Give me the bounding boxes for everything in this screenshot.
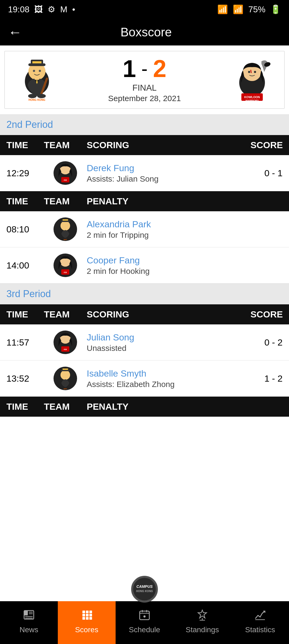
away-team-logo: KOWLOON WARRIORS: [225, 57, 279, 103]
player-name: Isabelle Smyth: [87, 368, 250, 379]
score-numbers: 1 - 2: [64, 57, 225, 81]
scores-icon: [80, 608, 93, 623]
scoring-row-isabelle: 13:52 HKT Isabelle Smyth Assists: Elizab…: [0, 361, 289, 397]
statistics-icon: [254, 608, 267, 623]
row-time: 14:00: [6, 260, 44, 271]
nav-standings[interactable]: Standings: [173, 601, 231, 644]
scoring-row-julian: 11:57 KW Julian Song Unassisted 0 - 2: [0, 324, 289, 361]
col-scoring-label: SCORING: [87, 140, 250, 150]
main-content: HONG KONG TYCOONS 1 - 2 FINAL September …: [0, 51, 289, 470]
col-penalty-label: PENALTY: [87, 196, 283, 206]
col-scoring-label: SCORING: [87, 309, 250, 320]
svg-rect-62: [82, 617, 85, 620]
col-score-label: SCORE: [250, 309, 283, 320]
col-time-label: TIME: [6, 401, 44, 412]
nav-statistics[interactable]: Statistics: [231, 601, 289, 644]
penalty-row-cooper: 14:00 KW Cooper Fang 2 min for Hooking: [0, 247, 289, 283]
row-score: 0 - 2: [250, 337, 283, 348]
signal-icon: 📶: [233, 4, 244, 14]
svg-point-42: [60, 370, 70, 380]
row-time: 11:57: [6, 337, 44, 348]
svg-point-69: [143, 615, 146, 618]
status-right: 📶 📶 75% 🔋: [217, 4, 281, 14]
player-sub: Assists: Julian Song: [87, 174, 250, 183]
wifi-icon: 📶: [217, 4, 228, 14]
col-penalty-label: PENALTY: [87, 401, 283, 412]
svg-rect-45: [63, 369, 68, 370]
svg-rect-57: [86, 611, 89, 613]
svg-rect-51: [24, 611, 28, 615]
col-team-label: TEAM: [44, 140, 87, 150]
standings-icon: [196, 608, 209, 623]
row-score: 1 - 2: [250, 373, 283, 384]
nav-standings-label: Standings: [186, 626, 219, 634]
player-sub: Unassisted: [87, 344, 250, 353]
score-card: HONG KONG TYCOONS 1 - 2 FINAL September …: [4, 51, 285, 109]
player-sub: Assists: Elizabeth Zhong: [87, 380, 250, 389]
svg-text:HONG KONG: HONG KONG: [136, 590, 153, 593]
svg-rect-56: [82, 611, 85, 613]
player-name: Alexandria Park: [87, 219, 283, 229]
row-score: 0 - 1: [250, 168, 283, 178]
penalty-row-alexandria: 08:10 HKT Alexandria Park 2 min for Trip…: [0, 211, 289, 247]
row-details: Isabelle Smyth Assists: Elizabeth Zhong: [87, 368, 250, 389]
col-time-label: TIME: [6, 309, 44, 320]
settings-icon: ⚙: [48, 4, 55, 14]
row-team-logo: HKT: [44, 217, 87, 241]
nav-news[interactable]: News: [0, 601, 58, 644]
penalty-header-2: TIME TEAM PENALTY: [0, 191, 289, 211]
row-details: Julian Song Unassisted: [87, 332, 250, 353]
svg-point-18: [254, 71, 256, 73]
col-team-label: TEAM: [44, 309, 87, 320]
row-details: Alexandria Park 2 min for Tripping: [87, 219, 283, 240]
svg-text:KW: KW: [64, 179, 67, 181]
player-name: Derek Fung: [87, 163, 250, 173]
svg-text:HONG KONG: HONG KONG: [29, 98, 45, 101]
svg-rect-58: [89, 611, 92, 613]
away-score: 2: [153, 57, 166, 81]
penalty-header-3: TIME TEAM PENALTY: [0, 397, 289, 417]
svg-text:HKT: HKT: [64, 388, 67, 390]
svg-text:KW: KW: [64, 348, 67, 350]
battery-level: 75%: [248, 5, 265, 14]
svg-text:KW: KW: [64, 271, 67, 273]
svg-point-7: [39, 70, 41, 72]
nav-scores-label: Scores: [75, 626, 98, 634]
home-team-logo: HONG KONG TYCOONS: [10, 57, 64, 103]
news-icon: [22, 608, 35, 623]
row-team-logo: KW: [44, 161, 87, 185]
app-header: ← Boxscore: [0, 19, 289, 45]
svg-text:HKT: HKT: [64, 239, 67, 240]
svg-point-28: [60, 221, 70, 231]
status-bar: 19:08 🖼 ⚙ M • 📶 📶 75% 🔋: [0, 0, 289, 19]
svg-rect-59: [82, 614, 85, 616]
svg-point-6: [33, 70, 35, 72]
page-title: Boxscore: [27, 25, 265, 39]
row-time: 12:29: [6, 168, 44, 178]
battery-icon: 🔋: [270, 4, 281, 14]
period-2-header: 2nd Period: [0, 114, 289, 135]
scoring-header-2: TIME TEAM SCORING SCORE: [0, 135, 289, 155]
row-time: 08:10: [6, 224, 44, 235]
nav-schedule[interactable]: Schedule: [116, 601, 173, 644]
back-button[interactable]: ←: [8, 24, 22, 40]
col-time-label: TIME: [6, 140, 44, 150]
svg-text:WARRIORS: WARRIORS: [245, 99, 259, 101]
scoring-header-3: TIME TEAM SCORING SCORE: [0, 304, 289, 324]
nav-scores[interactable]: Scores: [58, 601, 116, 644]
score-status: FINAL: [64, 83, 225, 93]
col-score-label: SCORE: [250, 140, 283, 150]
score-center: 1 - 2 FINAL September 28, 2021: [64, 57, 225, 103]
status-time: 19:08: [8, 5, 29, 14]
dot-icon: •: [72, 5, 75, 14]
period-3-header: 3rd Period: [0, 283, 289, 304]
svg-rect-5: [32, 61, 41, 63]
row-team-logo: HKT: [44, 366, 87, 390]
player-sub: 2 min for Hooking: [87, 267, 283, 276]
svg-rect-64: [89, 617, 92, 620]
col-team-label: TEAM: [44, 401, 87, 412]
svg-text:KOWLOON: KOWLOON: [244, 95, 260, 99]
player-name: Cooper Fang: [87, 255, 283, 266]
nav-news-label: News: [20, 626, 38, 634]
col-team-label-p: TEAM: [44, 196, 87, 206]
